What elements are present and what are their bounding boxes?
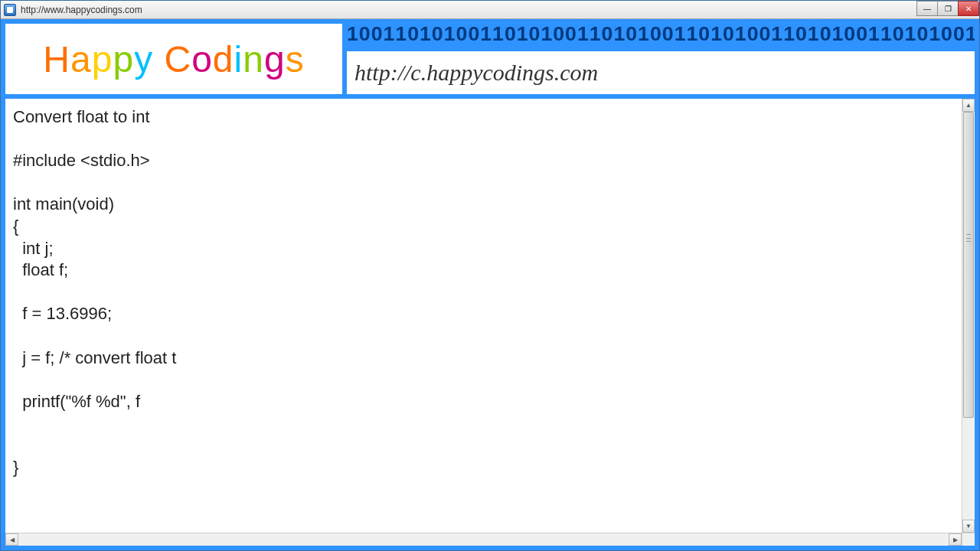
- close-button[interactable]: ✕: [958, 1, 979, 16]
- titlebar[interactable]: http://www.happycodings.com — ❐ ✕: [1, 1, 979, 19]
- window-title: http://www.happycodings.com: [21, 5, 142, 15]
- scroll-right-button[interactable]: ▶: [949, 533, 962, 546]
- site-url: http://c.happycodings.com: [347, 51, 975, 94]
- horizontal-scrollbar[interactable]: ◀ ▶: [5, 533, 962, 546]
- app-icon: [4, 4, 16, 16]
- scroll-corner: [962, 533, 975, 546]
- app-body: Happy Codings 10011010100110101001101010…: [1, 19, 979, 550]
- header-right: 1001101010011010100110101001101010011010…: [347, 24, 975, 94]
- content-title: Convert float to int: [13, 107, 150, 126]
- vscroll-thumb[interactable]: [963, 112, 974, 418]
- header-row: Happy Codings 10011010100110101001101010…: [5, 24, 975, 94]
- scroll-down-button[interactable]: ▼: [962, 520, 975, 533]
- minimize-button[interactable]: —: [916, 1, 938, 16]
- vertical-scrollbar[interactable]: ▲ ▼: [962, 99, 975, 533]
- hscroll-track[interactable]: [18, 533, 949, 546]
- binary-decoration: 1001101010011010100110101001101010011010…: [347, 24, 975, 47]
- scroll-up-button[interactable]: ▲: [962, 99, 975, 112]
- maximize-button[interactable]: ❐: [937, 1, 959, 16]
- vscroll-track[interactable]: [962, 112, 975, 520]
- window-controls: — ❐ ✕: [917, 1, 979, 16]
- logo: Happy Codings: [5, 24, 342, 94]
- svg-text:100110101001101010011010100110: 1001101010011010100110101001101010011010…: [347, 24, 975, 45]
- scroll-left-button[interactable]: ◀: [5, 533, 18, 546]
- content-area: Convert float to int #include <stdio.h> …: [5, 99, 975, 546]
- code-content: Convert float to int #include <stdio.h> …: [5, 99, 975, 546]
- content-code: #include <stdio.h> int main(void) { int …: [13, 151, 176, 476]
- app-window: http://www.happycodings.com — ❐ ✕ Happy …: [0, 0, 980, 551]
